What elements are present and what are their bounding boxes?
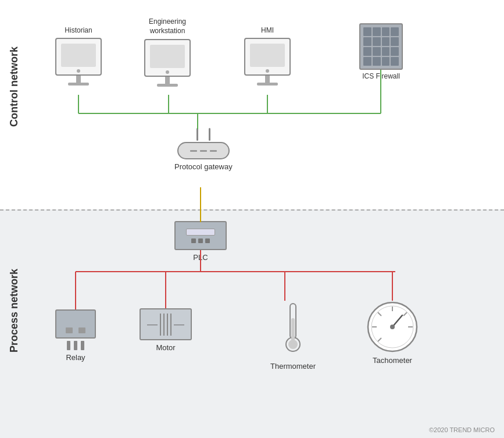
firewall-icon [359, 23, 403, 70]
historian-monitor [55, 38, 102, 76]
tachometer-icon [366, 301, 419, 353]
engineering-base [157, 84, 178, 87]
protocol-gateway-device: Protocol gateway [174, 128, 233, 171]
engineering-workstation-label: Engineeringworkstation [149, 17, 186, 35]
thermometer-label: Thermometer [270, 362, 316, 371]
hmi-monitor [244, 38, 291, 76]
engineering-monitor [144, 39, 191, 77]
hmi-label: HMI [261, 26, 274, 34]
relay-pins [67, 341, 84, 350]
motor-lines [160, 314, 171, 336]
control-network-label: Control network [8, 47, 20, 127]
relay-label: Relay [66, 353, 85, 362]
copyright: ©2020 TREND MICRO [429, 426, 495, 433]
hmi-base [257, 83, 278, 86]
tachometer-label: Tachometer [373, 356, 412, 365]
thermometer-icon [278, 301, 308, 359]
engineering-workstation-device: Engineeringworkstation [144, 17, 191, 87]
plc-display [186, 229, 215, 236]
historian-label: Historian [65, 26, 92, 34]
motor-icon: — — [140, 308, 192, 340]
plc-icon [174, 221, 227, 250]
relay-icon [55, 309, 96, 339]
engineering-stand [165, 77, 170, 84]
control-network-section: Control network Historian Engineeringwor… [0, 0, 504, 209]
hmi-device: HMI [244, 26, 291, 86]
historian-stand [76, 76, 81, 83]
ics-firewall-label: ICS Firewall [362, 72, 400, 80]
ics-firewall-device: ICS Firewall [359, 23, 403, 80]
router-antennas [196, 128, 210, 141]
hmi-stand [265, 76, 270, 83]
relay-device: Relay [55, 309, 96, 362]
svg-rect-9 [291, 318, 295, 344]
motor-device: — — Motor [140, 308, 192, 352]
plc-device: PLC [174, 221, 227, 262]
tachometer-device: Tachometer [366, 301, 419, 365]
plc-buttons [191, 238, 210, 243]
process-network-section: Process network PLC Relay [0, 209, 504, 438]
historian-device: Historian [55, 26, 102, 86]
router-body [177, 142, 230, 159]
historian-base [68, 83, 89, 86]
svg-point-19 [390, 325, 395, 329]
plc-label: PLC [193, 253, 208, 262]
motor-label: Motor [156, 343, 175, 352]
protocol-gateway-label: Protocol gateway [174, 162, 233, 171]
thermometer-device: Thermometer [270, 301, 316, 371]
process-network-label: Process network [8, 269, 20, 352]
